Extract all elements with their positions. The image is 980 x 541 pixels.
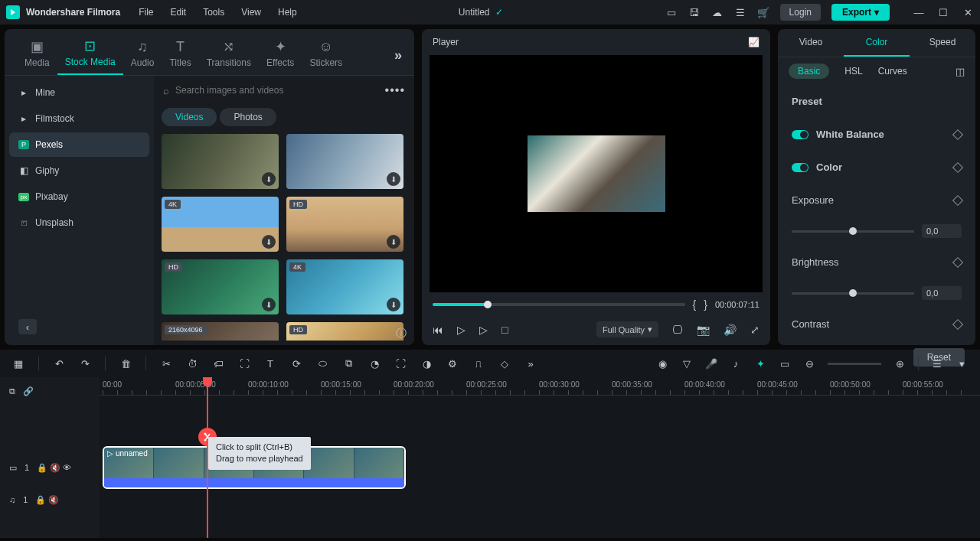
speed-icon[interactable]: ⏱ <box>186 357 198 370</box>
menu-edit[interactable]: Edit <box>170 7 186 18</box>
delete-icon[interactable]: 🗑 <box>119 357 132 370</box>
menu-tools[interactable]: Tools <box>203 7 224 18</box>
layout-icon[interactable]: ▭ <box>665 6 678 18</box>
keyframe-icon[interactable] <box>952 318 963 329</box>
scrub-bar[interactable] <box>433 303 685 306</box>
exposure-slider[interactable] <box>792 230 914 233</box>
keyframe-icon[interactable] <box>952 129 963 139</box>
login-button[interactable]: Login <box>780 4 821 21</box>
source-mine[interactable]: ▸Mine <box>9 80 149 105</box>
snap-icon[interactable]: ✦ <box>754 357 766 370</box>
download-icon[interactable]: ⬇ <box>387 298 400 311</box>
undo-icon[interactable]: ↶ <box>53 357 65 370</box>
collapse-sources-icon[interactable]: ‹ <box>18 319 37 334</box>
info-icon[interactable]: ⓘ <box>396 327 407 341</box>
text-icon[interactable]: T <box>264 357 276 370</box>
mark-out-icon[interactable]: } <box>704 298 707 311</box>
volume-icon[interactable]: 🔊 <box>724 324 737 336</box>
color-match-icon[interactable]: ◑ <box>420 357 433 370</box>
exposure-value[interactable]: 0,0 <box>922 224 962 238</box>
color-subtab-basic[interactable]: Basic <box>789 64 829 79</box>
tab-audio[interactable]: ♫Audio <box>123 36 162 74</box>
prev-frame-icon[interactable]: ⏮ <box>433 324 443 336</box>
redo-icon[interactable]: ↷ <box>79 357 91 370</box>
tab-stickers[interactable]: ☺Stickers <box>302 36 350 74</box>
zoom-out-icon[interactable]: ⊖ <box>803 357 815 370</box>
display-icon[interactable]: 🖵 <box>672 324 683 336</box>
record-icon[interactable]: ◉ <box>656 357 668 370</box>
more-tools-icon[interactable]: » <box>524 357 537 370</box>
tab-titles[interactable]: TTitles <box>162 36 198 74</box>
media-thumbnail[interactable]: HD⬇ <box>286 322 403 341</box>
time-ruler[interactable]: 00:0000:00:05:0000:00:10:0000:00:15:0000… <box>100 377 980 396</box>
save-icon[interactable]: 🖫 <box>688 6 701 18</box>
playhead-handle[interactable] <box>203 377 212 386</box>
source-giphy[interactable]: ◧Giphy <box>9 158 149 183</box>
source-pixabay[interactable]: pxPixabay <box>9 184 149 209</box>
tag-icon[interactable]: 🏷 <box>212 357 224 370</box>
color-subtab-hsl[interactable]: HSL <box>844 66 862 77</box>
group-icon[interactable]: ⧉ <box>342 357 354 370</box>
rtab-speed[interactable]: Speed <box>910 29 975 57</box>
source-unsplash[interactable]: ⏍Unsplash <box>9 210 149 235</box>
menu-help[interactable]: Help <box>278 7 297 18</box>
link-icon[interactable]: ⬭ <box>316 357 328 370</box>
keyframe-icon[interactable] <box>952 256 963 267</box>
expand-panel-icon[interactable]: » <box>394 47 402 64</box>
play-icon[interactable]: ▷ <box>457 324 466 336</box>
search-field[interactable] <box>175 85 377 96</box>
quality-select[interactable]: Full Quality▾ <box>596 321 658 337</box>
audio-track-header[interactable]: ♫ 1 🔒 🔇 <box>0 489 100 510</box>
grid-icon[interactable]: ▦ <box>12 357 24 370</box>
crop-icon[interactable]: ⛶ <box>238 357 250 370</box>
next-frame-icon[interactable]: ▷ <box>479 324 488 336</box>
audio-mix-icon[interactable]: ⎍ <box>472 357 485 370</box>
stop-icon[interactable]: □ <box>501 324 508 336</box>
source-pexels[interactable]: PPexels <box>9 132 149 157</box>
fit-icon[interactable]: ⛶ <box>394 357 407 370</box>
rtab-video[interactable]: Video <box>778 29 844 57</box>
video-track-header[interactable]: ▭ 1 🔒 🔇 👁 <box>0 446 100 489</box>
source-filmstock[interactable]: ▸Filmstock <box>9 106 149 131</box>
more-options-icon[interactable]: •••• <box>385 83 405 97</box>
media-thumbnail[interactable]: HD⬇ <box>162 259 279 314</box>
close-icon[interactable]: ✕ <box>962 6 974 18</box>
link-tracks-icon[interactable]: 🔗 <box>23 386 34 396</box>
cloud-icon[interactable]: ☁ <box>711 6 724 18</box>
download-icon[interactable]: ⬇ <box>262 298 276 311</box>
adjust-icon[interactable]: ⚙ <box>446 357 459 370</box>
menu-view[interactable]: View <box>241 7 261 18</box>
compare-icon[interactable]: ◫ <box>956 66 965 77</box>
rotate-icon[interactable]: ⟳ <box>290 357 302 370</box>
brightness-slider[interactable] <box>792 292 914 295</box>
tab-transitions[interactable]: ⤭Transitions <box>199 36 259 74</box>
marker-icon[interactable]: ▽ <box>681 357 693 370</box>
tab-effects[interactable]: ✦Effects <box>259 36 302 74</box>
media-thumbnail[interactable]: ⬇ <box>162 134 279 189</box>
scope-icon[interactable]: 📈 <box>748 37 760 47</box>
media-thumbnail[interactable]: 4K⬇ <box>286 259 403 314</box>
download-icon[interactable]: ⬇ <box>262 235 276 249</box>
download-icon[interactable]: ⬇ <box>387 172 400 186</box>
minimize-icon[interactable]: ― <box>913 6 925 18</box>
split-icon[interactable]: ✂ <box>160 357 172 370</box>
subtab-videos[interactable]: Videos <box>162 108 217 126</box>
mark-in-icon[interactable]: { <box>693 298 697 311</box>
media-thumbnail[interactable]: 4K⬇ <box>162 197 279 252</box>
music-icon[interactable]: ♪ <box>730 357 742 370</box>
rtab-color[interactable]: Color <box>844 29 910 57</box>
menu-file[interactable]: File <box>139 7 153 18</box>
fullscreen-icon[interactable]: ⤢ <box>750 324 760 336</box>
maximize-icon[interactable]: ☐ <box>937 6 949 18</box>
scrub-handle[interactable] <box>484 301 492 308</box>
keyframe-icon[interactable] <box>952 194 963 205</box>
color-toggle[interactable] <box>792 163 808 172</box>
duration-icon[interactable]: ◔ <box>368 357 381 370</box>
keyframe-tool-icon[interactable]: ◇ <box>498 357 511 370</box>
download-icon[interactable]: ⬇ <box>262 172 276 186</box>
list-icon[interactable]: ☰ <box>734 6 746 18</box>
brightness-value[interactable]: 0,0 <box>922 286 962 300</box>
track-view-icon[interactable]: ☰ <box>931 357 943 370</box>
download-icon[interactable]: ⬇ <box>387 235 400 249</box>
zoom-in-icon[interactable]: ⊕ <box>893 357 906 370</box>
